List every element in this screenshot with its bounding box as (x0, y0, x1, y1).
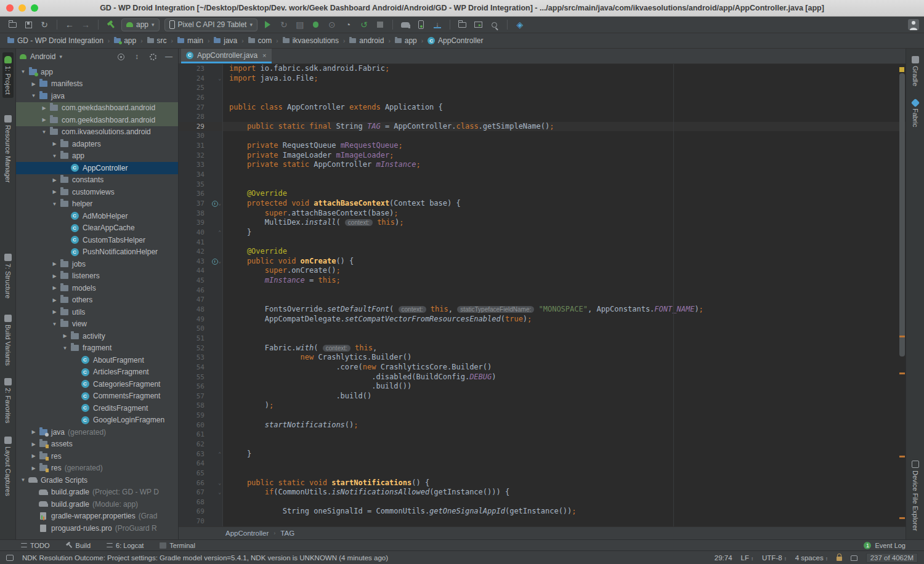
code-line[interactable]: 49 AppCompatDelegate.setCompatVectorFrom… (179, 315, 906, 324)
tree-item-build-gradle[interactable]: build.gradle(Project: GD - WP D (16, 486, 178, 499)
code-line[interactable]: 36 @Override (179, 189, 906, 199)
stripe-item-1-project[interactable]: 1: Project (2, 52, 14, 98)
line-number[interactable]: 40 (179, 228, 207, 238)
tree-item-com-geekdashboard-android[interactable]: ▶com.geekdashboard.android (16, 102, 178, 115)
code-area[interactable]: 23import io.fabric.sdk.android.Fabric;24… (179, 64, 906, 526)
tree-item-constants[interactable]: ▶constants (16, 174, 178, 187)
gutter-icons[interactable] (207, 324, 223, 334)
open-icon[interactable] (5, 18, 20, 31)
tree-item-adapters[interactable]: ▶adapters (16, 138, 178, 150)
tree-item-listeners[interactable]: ▶listeners (16, 270, 178, 283)
tree-arrow-icon[interactable]: ▶ (50, 141, 59, 147)
gutter-icons[interactable] (207, 440, 223, 449)
toolwindow-terminal[interactable]: Terminal (160, 542, 195, 549)
code-line[interactable]: 57 .build() (179, 392, 906, 401)
toolwindow-6-logcat[interactable]: 6: Logcat (107, 542, 144, 549)
tree-item-categoriesfragment[interactable]: CCategoriesFragment (16, 378, 178, 390)
gutter-icons[interactable] (207, 373, 223, 382)
gradle-sync-icon[interactable] (398, 18, 413, 31)
tab-appcontroller-java[interactable]: C AppController.java × (181, 49, 272, 63)
gutter-icons[interactable] (207, 103, 223, 113)
attach-debugger-button[interactable]: ⊙ (325, 18, 339, 31)
toolwindow-todo[interactable]: TODO (21, 542, 50, 549)
tree-item-app[interactable]: ▼app (16, 150, 178, 163)
breadcrumb-item[interactable]: GD - WP Droid Integration (6, 36, 105, 45)
code-line[interactable]: 39 MultiDex.install( context: this); (179, 218, 906, 228)
line-number[interactable]: 60 (179, 421, 207, 430)
apply-changes-button[interactable]: ↻ (277, 18, 291, 31)
tool-window-switcher-icon[interactable] (6, 555, 14, 561)
code-line[interactable]: 58 ); (179, 401, 906, 411)
tree-arrow-icon[interactable]: ▶ (50, 273, 59, 279)
code-line[interactable]: 56 .build()) (179, 382, 906, 392)
code-line[interactable]: 33 private static AppController mInstanc… (179, 160, 906, 170)
tree-item-gradle-scripts[interactable]: ▼Gradle Scripts (16, 474, 178, 486)
tree-item-fragment[interactable]: ▼fragment (16, 342, 178, 355)
breadcrumb-item[interactable]: ikvaesolutions (282, 36, 340, 45)
line-number[interactable]: 66 (179, 478, 207, 488)
gutter-icons[interactable]: ⌄ (207, 74, 223, 84)
gutter-icons[interactable] (207, 517, 223, 526)
code-line[interactable]: 55 .disabled(BuildConfig.DEBUG) (179, 373, 906, 382)
code-line[interactable]: 29 public static final String TAG = AppC… (179, 122, 906, 132)
line-number[interactable]: 68 (179, 498, 207, 507)
event-log-widget[interactable]: 1Event Log (864, 542, 906, 549)
line-number[interactable]: 37 (179, 199, 207, 209)
code-line[interactable]: 42 @Override (179, 247, 906, 257)
tree-item-googleloginfragmen[interactable]: CGoogleLoginFragmen (16, 414, 178, 427)
line-number[interactable]: 28 (179, 112, 207, 122)
line-number[interactable]: 42 (179, 247, 207, 257)
tree-item-assets[interactable]: ▶assets (16, 438, 178, 451)
line-number[interactable]: 69 (179, 507, 207, 517)
run-config-dropdown[interactable]: app ▾ (121, 18, 160, 31)
fold-icon[interactable]: ⌄ (218, 257, 221, 267)
project-structure-icon[interactable] (455, 18, 470, 31)
gutter-icons[interactable] (207, 459, 223, 469)
line-number[interactable]: 54 (179, 363, 207, 373)
code-line[interactable]: 46 (179, 286, 906, 296)
gutter-icons[interactable] (207, 305, 223, 315)
override-marker-icon[interactable]: ↑ (212, 201, 218, 207)
line-number[interactable]: 39 (179, 218, 207, 228)
error-stripe-mark[interactable] (899, 456, 905, 457)
stripe-item-layout-captures[interactable]: Layout Captures (2, 433, 14, 500)
sync-icon[interactable]: ↻ (37, 18, 52, 31)
breadcrumb-item[interactable]: app (394, 36, 418, 45)
tree-arrow-icon[interactable]: ▶ (50, 261, 59, 267)
line-number[interactable]: 43 (179, 257, 207, 267)
rerun-button[interactable]: ↺ (357, 18, 371, 31)
run-window-icon[interactable] (471, 18, 486, 31)
code-line[interactable]: 63⌃ } (179, 449, 906, 459)
line-number[interactable]: 49 (179, 315, 207, 324)
code-line[interactable]: 40⌃ } (179, 228, 906, 238)
line-number[interactable]: 31 (179, 141, 207, 151)
editor-scrollbar[interactable] (899, 49, 906, 539)
tree-arrow-icon[interactable]: ▶ (29, 465, 38, 471)
caret-position-widget[interactable]: 29:74 (715, 554, 732, 562)
tree-item-customviews[interactable]: ▶customviews (16, 186, 178, 198)
tree-item-admobhelper[interactable]: CAdMobHelper (16, 210, 178, 222)
stripe-item-2-favorites[interactable]: 2: Favorites (2, 374, 14, 427)
device-dropdown[interactable]: Pixel C API 29 Tablet ▾ (164, 18, 257, 31)
run-button[interactable] (261, 18, 275, 31)
code-line[interactable]: 66⌄ public static void startNotification… (179, 478, 906, 488)
tree-arrow-icon[interactable]: ▶ (50, 189, 59, 195)
memory-indicator[interactable]: 237 of 4062M (866, 553, 918, 563)
chevron-down-icon[interactable]: ▾ (59, 54, 62, 60)
editor-breadcrumb-item[interactable]: AppController (225, 530, 269, 537)
line-number[interactable]: 35 (179, 180, 207, 190)
tree-item-activity[interactable]: ▶activity (16, 330, 178, 342)
tree-arrow-icon[interactable]: ▶ (39, 117, 49, 123)
gutter-icons[interactable] (207, 170, 223, 180)
gutter-icons[interactable] (207, 218, 223, 228)
line-number[interactable]: 50 (179, 324, 207, 334)
gutter-icons[interactable] (207, 189, 223, 199)
gutter-icons[interactable]: ⌄ (207, 478, 223, 488)
tree-item-helper[interactable]: ▼helper (16, 198, 178, 211)
gutter-icons[interactable]: ↑⌄ (207, 257, 223, 267)
line-number[interactable]: 70 (179, 517, 207, 526)
tree-item-res[interactable]: ▶res(generated) (16, 462, 178, 475)
override-marker-icon[interactable]: ↑ (212, 259, 218, 265)
tree-arrow-icon[interactable]: ▼ (50, 201, 59, 207)
line-number[interactable]: 32 (179, 151, 207, 161)
